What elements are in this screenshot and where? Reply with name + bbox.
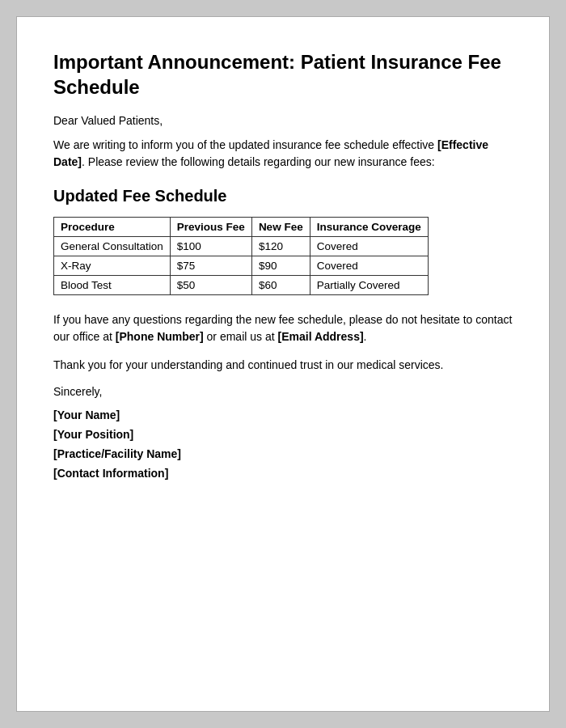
signature-facility: [Practice/Facility Name] [53, 445, 513, 464]
contact-text-middle: or email us at [204, 330, 278, 343]
table-cell-0-2: $120 [251, 237, 310, 256]
contact-paragraph: If you have any questions regarding the … [53, 311, 513, 345]
signature-position: [Your Position] [53, 425, 513, 445]
intro-text-end: . Please review the following details re… [82, 155, 435, 168]
col-header-previous-fee: Previous Fee [170, 218, 251, 237]
signature-contact: [Contact Information] [53, 464, 513, 484]
table-header-row: Procedure Previous Fee New Fee Insurance… [54, 218, 429, 237]
table-cell-0-3: Covered [310, 237, 428, 256]
table-cell-0-0: General Consultation [54, 237, 171, 256]
table-cell-1-3: Covered [310, 256, 428, 276]
signature-name: [Your Name] [53, 406, 513, 425]
table-cell-1-0: X-Ray [54, 256, 171, 276]
signature-block: [Your Name] [Your Position] [Practice/Fa… [53, 406, 513, 483]
table-cell-2-0: Blood Test [54, 276, 171, 295]
main-title: Important Announcement: Patient Insuranc… [53, 49, 513, 99]
table-cell-2-3: Partially Covered [310, 276, 428, 295]
intro-text-start: We are writing to inform you of the upda… [53, 138, 437, 151]
table-row: General Consultation$100$120Covered [54, 237, 429, 256]
thank-you-paragraph: Thank you for your understanding and con… [53, 357, 513, 374]
greeting: Dear Valued Patients, [53, 114, 513, 127]
table-row: Blood Test$50$60Partially Covered [54, 276, 429, 295]
table-row: X-Ray$75$90Covered [54, 256, 429, 276]
phone-placeholder: [Phone Number] [116, 330, 204, 343]
col-header-procedure: Procedure [54, 218, 171, 237]
contact-text-end: . [364, 330, 367, 343]
table-cell-2-1: $50 [170, 276, 251, 295]
table-cell-0-1: $100 [170, 237, 251, 256]
sincerely-text: Sincerely, [53, 385, 513, 398]
table-cell-2-2: $60 [251, 276, 310, 295]
email-placeholder: [Email Address] [278, 330, 364, 343]
section-title: Updated Fee Schedule [53, 187, 513, 205]
col-header-new-fee: New Fee [251, 218, 310, 237]
table-cell-1-2: $90 [251, 256, 310, 276]
col-header-insurance-coverage: Insurance Coverage [310, 218, 428, 237]
intro-paragraph: We are writing to inform you of the upda… [53, 137, 513, 171]
document-page: Important Announcement: Patient Insuranc… [16, 16, 550, 712]
fee-schedule-table: Procedure Previous Fee New Fee Insurance… [53, 217, 429, 295]
table-cell-1-1: $75 [170, 256, 251, 276]
